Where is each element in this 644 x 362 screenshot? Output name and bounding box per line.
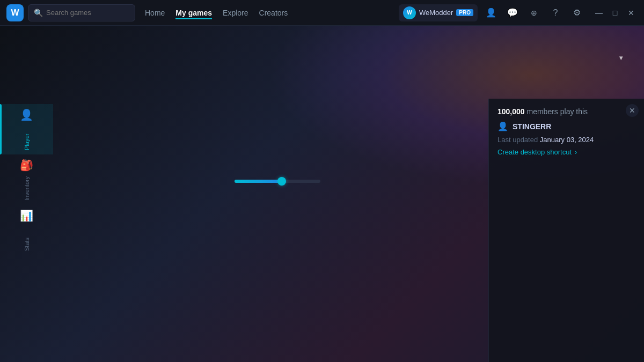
stats-label: Stats <box>24 224 30 251</box>
shortcut-label: Create desktop shortcut <box>497 148 572 156</box>
author-row: 👤 STINGERR <box>497 121 635 131</box>
sidebar-item-inventory[interactable]: 🎒 Inventory <box>0 154 53 205</box>
shortcut-chevron-icon: › <box>575 148 577 156</box>
members-count: 100,000 <box>497 107 525 116</box>
inventory-label: Inventory <box>24 174 30 201</box>
player-label: Player <box>24 123 30 150</box>
members-text: 100,000 members play this <box>497 107 635 116</box>
chat-icon-btn[interactable]: 💬 <box>504 5 521 21</box>
inventory-icon: 🎒 <box>20 159 33 172</box>
close-info-btn[interactable]: ✕ <box>626 104 639 117</box>
search-box[interactable]: 🔍 <box>28 4 135 21</box>
last-updated-date: January 03, 2024 <box>540 136 594 144</box>
app-logo[interactable]: W <box>6 4 24 21</box>
author-name: STINGERR <box>513 122 551 131</box>
speed-slider-track[interactable] <box>235 180 320 183</box>
nav-right: W WeModder PRO 👤 💬 ⊕ ? ⚙ — □ ✕ <box>399 4 638 21</box>
members-label: members play this <box>527 107 588 116</box>
last-updated-label: Last updated <box>497 136 538 144</box>
navbar: W 🔍 Home My games Explore Creators W WeM… <box>0 0 644 26</box>
player-icon: 👤 <box>20 108 33 121</box>
main-content: ⊳ My games › Blackout Protocol ☆ ⚡ Save … <box>0 26 644 362</box>
last-updated: Last updated January 03, 2024 <box>497 136 635 144</box>
settings-icon-btn[interactable]: ⚙ <box>569 5 585 21</box>
stats-icon: 📊 <box>20 209 33 222</box>
sidebar-item-stats[interactable]: 📊 Stats <box>0 205 53 255</box>
help-icon-btn[interactable]: ? <box>547 5 564 21</box>
nav-home[interactable]: Home <box>145 6 165 19</box>
search-input[interactable] <box>46 9 129 17</box>
nav-creators[interactable]: Creators <box>259 6 288 19</box>
user-avatar: W <box>403 6 416 19</box>
speed-slider-fill <box>235 180 282 183</box>
maximize-btn[interactable]: □ <box>609 6 621 19</box>
window-controls: — □ ✕ <box>592 6 638 19</box>
active-bar <box>0 104 2 154</box>
user-name: WeModder <box>419 9 453 17</box>
sidebar-item-player[interactable]: 👤 Player <box>0 104 53 154</box>
close-btn[interactable]: ✕ <box>625 6 638 19</box>
search-icon: 🔍 <box>34 9 43 17</box>
play-chevron-icon: ▾ <box>619 54 623 62</box>
user-badge[interactable]: W WeModder PRO <box>399 4 478 21</box>
nav-links: Home My games Explore Creators <box>145 6 394 19</box>
info-panel: ✕ 100,000 members play this 👤 STINGERR L… <box>488 99 644 362</box>
nav-explore[interactable]: Explore <box>223 6 248 19</box>
pro-badge: PRO <box>456 9 473 16</box>
profile-icon-btn[interactable]: 👤 <box>483 5 499 21</box>
author-icon: 👤 <box>497 121 508 131</box>
shortcut-link[interactable]: Create desktop shortcut › <box>497 148 635 156</box>
nav-my-games[interactable]: My games <box>175 6 212 19</box>
discord-icon-btn[interactable]: ⊕ <box>526 5 542 21</box>
minimize-btn[interactable]: — <box>592 6 605 19</box>
